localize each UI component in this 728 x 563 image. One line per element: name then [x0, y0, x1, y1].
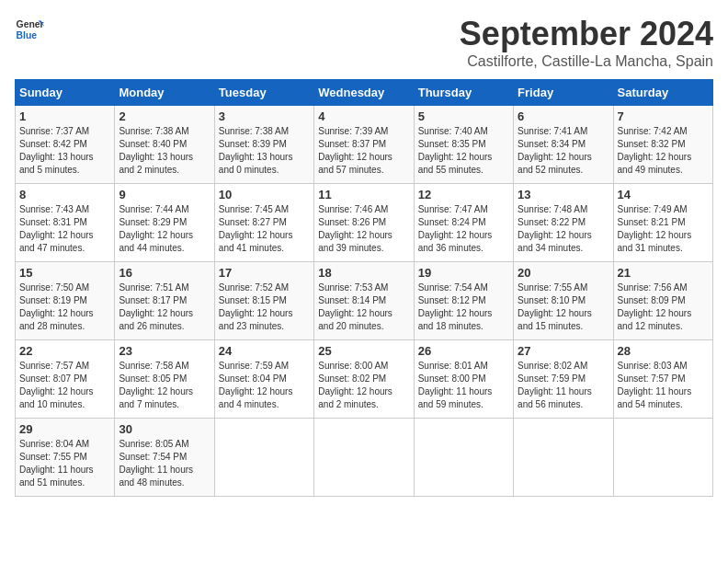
table-row: 2Sunrise: 7:38 AMSunset: 8:40 PMDaylight… [115, 106, 214, 184]
table-row [214, 419, 313, 497]
table-row: 9Sunrise: 7:44 AMSunset: 8:29 PMDaylight… [115, 184, 214, 262]
table-row: 22Sunrise: 7:57 AMSunset: 8:07 PMDayligh… [16, 340, 115, 419]
table-row: 19Sunrise: 7:54 AMSunset: 8:12 PMDayligh… [414, 262, 513, 340]
svg-text:Blue: Blue [17, 30, 38, 40]
table-row: 24Sunrise: 7:59 AMSunset: 8:04 PMDayligh… [214, 340, 313, 419]
table-row: 5Sunrise: 7:40 AMSunset: 8:35 PMDaylight… [414, 106, 513, 184]
table-row: 25Sunrise: 8:00 AMSunset: 8:02 PMDayligh… [314, 340, 414, 419]
table-row: 23Sunrise: 7:58 AMSunset: 8:05 PMDayligh… [115, 340, 214, 419]
week-row-4: 22Sunrise: 7:57 AMSunset: 8:07 PMDayligh… [16, 340, 713, 419]
page-header: General Blue September 2024 Castilforte,… [15, 15, 713, 70]
table-row: 26Sunrise: 8:01 AMSunset: 8:00 PMDayligh… [414, 340, 513, 419]
header-wednesday: Wednesday [314, 80, 414, 106]
table-row: 7Sunrise: 7:42 AMSunset: 8:32 PMDaylight… [613, 106, 712, 184]
table-row: 18Sunrise: 7:53 AMSunset: 8:14 PMDayligh… [314, 262, 414, 340]
table-row [314, 419, 414, 497]
header-thursday: Thursday [414, 80, 513, 106]
week-row-1: 1Sunrise: 7:37 AMSunset: 8:42 PMDaylight… [16, 106, 713, 184]
table-row: 15Sunrise: 7:50 AMSunset: 8:19 PMDayligh… [16, 262, 115, 340]
logo: General Blue [15, 15, 44, 44]
logo-icon: General Blue [15, 15, 44, 44]
table-row: 6Sunrise: 7:41 AMSunset: 8:34 PMDaylight… [514, 106, 613, 184]
table-row: 11Sunrise: 7:46 AMSunset: 8:26 PMDayligh… [314, 184, 414, 262]
table-row: 8Sunrise: 7:43 AMSunset: 8:31 PMDaylight… [16, 184, 115, 262]
table-row: 4Sunrise: 7:39 AMSunset: 8:37 PMDaylight… [314, 106, 414, 184]
header-tuesday: Tuesday [214, 80, 313, 106]
table-row: 29Sunrise: 8:04 AMSunset: 7:55 PMDayligh… [16, 419, 115, 497]
table-row: 14Sunrise: 7:49 AMSunset: 8:21 PMDayligh… [613, 184, 712, 262]
table-row: 20Sunrise: 7:55 AMSunset: 8:10 PMDayligh… [514, 262, 613, 340]
table-row [514, 419, 613, 497]
table-row: 30Sunrise: 8:05 AMSunset: 7:54 PMDayligh… [115, 419, 214, 497]
header-saturday: Saturday [613, 80, 712, 106]
location-title: Castilforte, Castille-La Mancha, Spain [460, 53, 713, 70]
header-friday: Friday [514, 80, 613, 106]
table-row [414, 419, 513, 497]
week-row-5: 29Sunrise: 8:04 AMSunset: 7:55 PMDayligh… [16, 419, 713, 497]
week-row-3: 15Sunrise: 7:50 AMSunset: 8:19 PMDayligh… [16, 262, 713, 340]
month-title: September 2024 [460, 15, 713, 53]
table-row: 17Sunrise: 7:52 AMSunset: 8:15 PMDayligh… [214, 262, 313, 340]
header-monday: Monday [115, 80, 214, 106]
title-area: September 2024 Castilforte, Castille-La … [460, 15, 713, 70]
table-row [613, 419, 712, 497]
table-row: 1Sunrise: 7:37 AMSunset: 8:42 PMDaylight… [16, 106, 115, 184]
header-sunday: Sunday [16, 80, 115, 106]
table-row: 21Sunrise: 7:56 AMSunset: 8:09 PMDayligh… [613, 262, 712, 340]
header-row: Sunday Monday Tuesday Wednesday Thursday… [16, 80, 713, 106]
table-row: 12Sunrise: 7:47 AMSunset: 8:24 PMDayligh… [414, 184, 513, 262]
week-row-2: 8Sunrise: 7:43 AMSunset: 8:31 PMDaylight… [16, 184, 713, 262]
calendar-table: Sunday Monday Tuesday Wednesday Thursday… [15, 79, 713, 497]
table-row: 13Sunrise: 7:48 AMSunset: 8:22 PMDayligh… [514, 184, 613, 262]
table-row: 10Sunrise: 7:45 AMSunset: 8:27 PMDayligh… [214, 184, 313, 262]
table-row: 16Sunrise: 7:51 AMSunset: 8:17 PMDayligh… [115, 262, 214, 340]
table-row: 28Sunrise: 8:03 AMSunset: 7:57 PMDayligh… [613, 340, 712, 419]
table-row: 27Sunrise: 8:02 AMSunset: 7:59 PMDayligh… [514, 340, 613, 419]
table-row: 3Sunrise: 7:38 AMSunset: 8:39 PMDaylight… [214, 106, 313, 184]
